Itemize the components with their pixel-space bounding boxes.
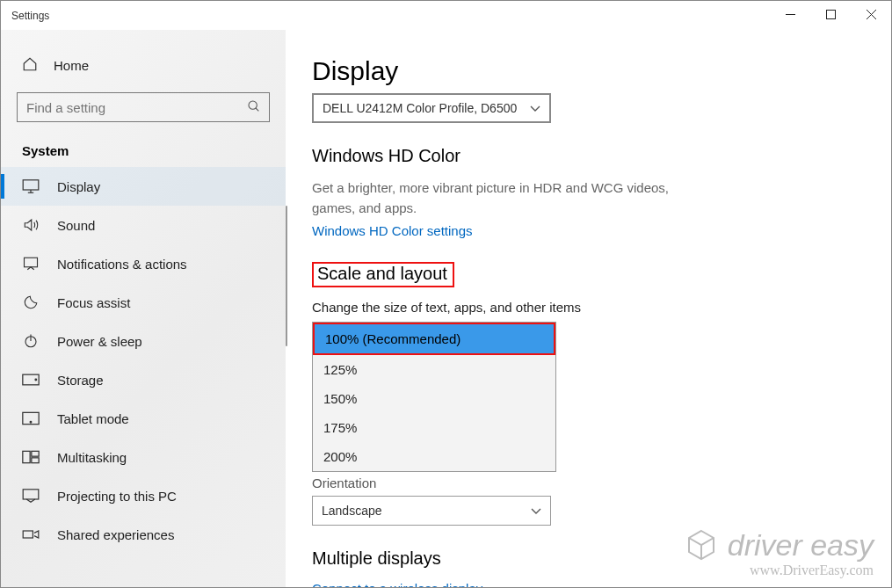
nav-label: Focus assist bbox=[57, 295, 130, 310]
power-icon bbox=[22, 332, 40, 350]
orientation-label: Orientation bbox=[312, 470, 856, 496]
nav-item-tablet[interactable]: Tablet mode bbox=[1, 399, 286, 438]
nav-list: Display Sound Notifications & actions Fo… bbox=[1, 167, 286, 554]
svg-rect-18 bbox=[32, 458, 39, 463]
nav-label: Notifications & actions bbox=[57, 257, 187, 272]
nav-item-notifications[interactable]: Notifications & actions bbox=[1, 244, 286, 283]
color-profile-dropdown[interactable]: DELL U2412M Color Profile, D6500 bbox=[312, 93, 551, 123]
svg-line-5 bbox=[256, 108, 258, 111]
scale-label: Change the size of text, apps, and other… bbox=[312, 300, 856, 315]
multi-link[interactable]: Connect to a wireless display bbox=[312, 581, 482, 587]
nav-label: Projecting to this PC bbox=[57, 489, 177, 504]
focus-icon bbox=[22, 294, 40, 311]
svg-rect-17 bbox=[32, 451, 39, 456]
maximize-button[interactable] bbox=[810, 1, 851, 27]
notifications-icon bbox=[22, 255, 40, 272]
search-icon bbox=[247, 99, 261, 117]
hd-link[interactable]: Windows HD Color settings bbox=[312, 223, 473, 238]
nav-item-multitask[interactable]: Multitasking bbox=[1, 438, 286, 476]
search-wrap bbox=[17, 92, 270, 122]
home-button[interactable]: Home bbox=[1, 47, 286, 83]
svg-rect-19 bbox=[23, 490, 39, 499]
orientation-value: Landscape bbox=[322, 504, 382, 518]
svg-rect-20 bbox=[23, 531, 33, 538]
nav-item-power[interactable]: Power & sleep bbox=[1, 322, 286, 360]
display-icon bbox=[22, 178, 40, 195]
category-label: System bbox=[1, 138, 286, 167]
nav-item-display[interactable]: Display bbox=[1, 167, 286, 206]
search-input[interactable] bbox=[17, 92, 270, 122]
main-panel: Display DELL U2412M Color Profile, D6500… bbox=[286, 30, 891, 587]
watermark-url: www.DriverEasy.com bbox=[684, 563, 874, 578]
chevron-down-icon bbox=[531, 504, 541, 518]
hd-desc: Get a brighter, more vibrant picture in … bbox=[312, 178, 681, 218]
window-title: Settings bbox=[11, 10, 49, 22]
watermark-brand: driver easy bbox=[728, 528, 874, 563]
scale-option[interactable]: 175% bbox=[313, 413, 555, 442]
scale-dropdown[interactable]: 100% (Recommended) 125% 150% 175% 200% bbox=[312, 322, 556, 472]
sound-icon bbox=[22, 216, 40, 234]
window-controls bbox=[770, 1, 891, 27]
cube-icon bbox=[684, 527, 719, 563]
scale-heading-highlight: Scale and layout bbox=[312, 262, 454, 287]
nav-label: Power & sleep bbox=[57, 334, 142, 349]
scale-option[interactable]: 125% bbox=[313, 355, 555, 384]
nav-item-projecting[interactable]: Projecting to this PC bbox=[1, 476, 286, 515]
nav-label: Tablet mode bbox=[57, 411, 129, 426]
multitask-icon bbox=[22, 448, 40, 466]
scrollbar[interactable] bbox=[286, 206, 287, 346]
nav-label: Multitasking bbox=[57, 450, 127, 465]
nav-label: Display bbox=[57, 179, 100, 194]
nav-item-sound[interactable]: Sound bbox=[1, 206, 286, 244]
nav-item-storage[interactable]: Storage bbox=[1, 360, 286, 399]
nav-label: Storage bbox=[57, 373, 104, 388]
storage-icon bbox=[22, 371, 40, 388]
svg-rect-1 bbox=[826, 10, 835, 18]
hd-heading: Windows HD Color bbox=[312, 146, 856, 166]
minimize-button[interactable] bbox=[770, 1, 810, 27]
svg-rect-9 bbox=[25, 258, 38, 267]
nav-item-focus[interactable]: Focus assist bbox=[1, 283, 286, 322]
scale-option-selected[interactable]: 100% (Recommended) bbox=[313, 323, 555, 355]
shared-icon bbox=[22, 526, 40, 543]
svg-rect-6 bbox=[23, 180, 39, 190]
watermark: driver easy www.DriverEasy.com bbox=[684, 527, 874, 578]
svg-point-4 bbox=[249, 101, 257, 109]
color-profile-value: DELL U2412M Color Profile, D6500 bbox=[323, 101, 517, 115]
close-button[interactable] bbox=[851, 1, 891, 27]
projecting-icon bbox=[22, 487, 40, 505]
nav-label: Shared experiences bbox=[57, 527, 174, 542]
scale-heading: Scale and layout bbox=[317, 264, 447, 284]
scale-option[interactable]: 200% bbox=[313, 442, 555, 471]
svg-point-15 bbox=[30, 421, 32, 423]
svg-point-13 bbox=[35, 379, 37, 381]
tablet-icon bbox=[22, 410, 40, 427]
home-icon bbox=[22, 56, 38, 75]
svg-rect-16 bbox=[23, 451, 30, 462]
scale-option[interactable]: 150% bbox=[313, 384, 555, 413]
nav-item-shared[interactable]: Shared experiences bbox=[1, 515, 286, 554]
titlebar: Settings bbox=[1, 1, 891, 30]
chevron-down-icon bbox=[530, 101, 540, 115]
page-title: Display bbox=[312, 56, 856, 86]
orientation-dropdown[interactable]: Landscape bbox=[312, 496, 551, 526]
home-label: Home bbox=[54, 58, 89, 73]
sidebar: Home System Display Sound Notifications … bbox=[1, 30, 286, 587]
nav-label: Sound bbox=[57, 218, 95, 233]
